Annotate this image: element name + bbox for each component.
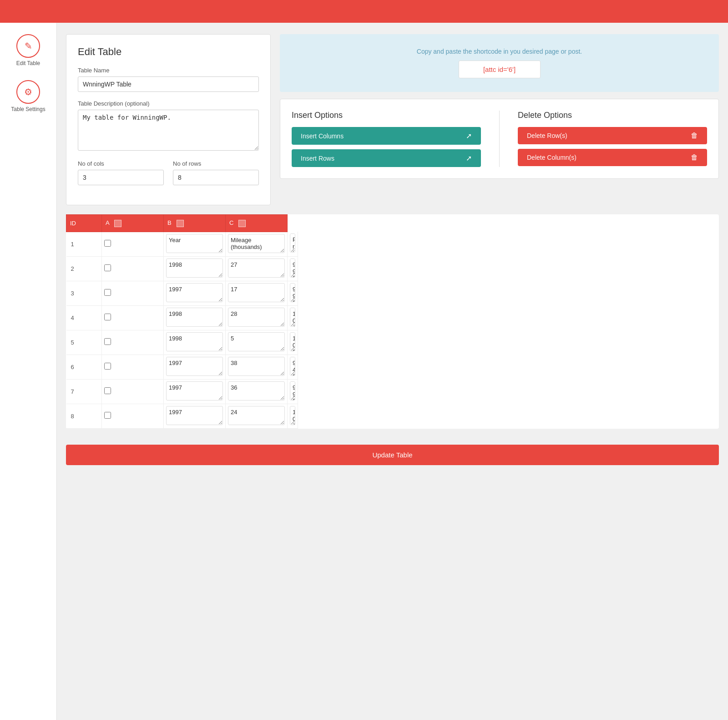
row-id-number: 7 bbox=[71, 388, 74, 395]
row-id-number: 1 bbox=[71, 241, 74, 248]
td-a bbox=[164, 232, 226, 256]
th-a-label: A bbox=[106, 219, 109, 226]
td-c bbox=[288, 379, 298, 404]
cell-c-input[interactable] bbox=[290, 357, 295, 376]
td-c bbox=[288, 232, 298, 256]
cell-b-input[interactable] bbox=[228, 259, 285, 278]
insert-columns-button[interactable]: Insert Columns ➚ bbox=[292, 127, 481, 145]
th-b-checkbox[interactable] bbox=[177, 220, 184, 227]
row-checkbox[interactable] bbox=[104, 363, 111, 370]
cell-c-input[interactable] bbox=[290, 283, 295, 302]
cell-a-input[interactable] bbox=[166, 259, 223, 278]
shortcode-value[interactable]: [attc id='6'] bbox=[459, 61, 541, 78]
row-checkbox[interactable] bbox=[104, 387, 111, 394]
cell-a-input[interactable] bbox=[166, 283, 223, 302]
cell-c-input[interactable] bbox=[290, 259, 295, 278]
th-a-checkbox[interactable] bbox=[114, 220, 121, 227]
cell-b-input[interactable] bbox=[228, 381, 285, 401]
td-a bbox=[164, 256, 226, 281]
td-checkbox bbox=[102, 281, 164, 305]
th-c-checkbox[interactable] bbox=[238, 220, 246, 227]
row-checkbox[interactable] bbox=[104, 314, 111, 320]
row-id-number: 3 bbox=[71, 290, 74, 297]
row-id-number: 6 bbox=[71, 364, 74, 370]
table-section: ID A B C bbox=[66, 214, 719, 429]
table-row: 8 bbox=[66, 404, 298, 428]
row-checkbox[interactable] bbox=[104, 289, 111, 296]
no-rows-group: No of rows bbox=[173, 160, 259, 185]
row-checkbox[interactable] bbox=[104, 240, 111, 247]
no-rows-label: No of rows bbox=[173, 160, 259, 167]
cell-a-input[interactable] bbox=[166, 381, 223, 401]
delete-rows-button[interactable]: Delete Row(s) 🗑 bbox=[518, 127, 707, 144]
td-id: 5 bbox=[66, 330, 102, 355]
form-row-cols-rows: No of cols No of rows bbox=[78, 160, 259, 193]
cell-b-input[interactable] bbox=[228, 357, 285, 376]
table-name-group: Table Name bbox=[78, 67, 259, 92]
td-b bbox=[226, 232, 288, 256]
table-name-input[interactable] bbox=[78, 76, 259, 92]
cell-c-input[interactable] bbox=[290, 406, 295, 425]
td-b bbox=[226, 355, 288, 379]
sidebar-edit-table-label: Edit Table bbox=[16, 60, 40, 66]
th-b: B bbox=[164, 215, 226, 232]
cell-a-input[interactable] bbox=[166, 406, 223, 425]
sidebar-item-table-settings[interactable]: ⚙ Table Settings bbox=[0, 76, 56, 117]
cell-c-input[interactable] bbox=[290, 233, 295, 253]
row-checkbox[interactable] bbox=[104, 412, 111, 419]
cell-b-input[interactable] bbox=[228, 308, 285, 327]
cell-a-input[interactable] bbox=[166, 357, 223, 376]
td-c bbox=[288, 404, 298, 428]
update-table-button[interactable]: Update Table bbox=[66, 445, 719, 465]
row-checkbox[interactable] bbox=[104, 264, 111, 271]
table-desc-textarea[interactable]: My table for WinningWP. bbox=[78, 110, 259, 151]
cell-c-input[interactable] bbox=[290, 381, 295, 401]
delete-columns-label: Delete Column(s) bbox=[527, 154, 576, 161]
no-cols-group: No of cols bbox=[78, 160, 164, 185]
cell-c-input[interactable] bbox=[290, 332, 295, 351]
cell-a-input[interactable] bbox=[166, 308, 223, 327]
no-rows-input[interactable] bbox=[173, 170, 259, 185]
row-checkbox[interactable] bbox=[104, 338, 111, 345]
table-row: 1 bbox=[66, 232, 298, 256]
table-desc-label: Table Description (optional) bbox=[78, 100, 259, 107]
cell-c-input[interactable] bbox=[290, 308, 295, 327]
insert-columns-label: Insert Columns bbox=[301, 132, 344, 140]
table-row: 7 bbox=[66, 379, 298, 404]
insert-rows-button[interactable]: Insert Rows ➚ bbox=[292, 149, 481, 167]
td-b bbox=[226, 256, 288, 281]
table-row: 5 bbox=[66, 330, 298, 355]
td-checkbox bbox=[102, 355, 164, 379]
cell-b-input[interactable] bbox=[228, 283, 285, 302]
insert-columns-icon: ➚ bbox=[466, 132, 472, 140]
cell-b-input[interactable] bbox=[228, 234, 285, 253]
delete-columns-button[interactable]: Delete Column(s) 🗑 bbox=[518, 149, 707, 166]
no-cols-input[interactable] bbox=[78, 170, 164, 185]
delete-rows-icon: 🗑 bbox=[691, 132, 698, 140]
table-settings-icon: ⚙ bbox=[16, 80, 40, 104]
td-a bbox=[164, 404, 226, 428]
cell-a-input[interactable] bbox=[166, 234, 223, 253]
shortcode-description: Copy and paste the shortcode in you desi… bbox=[289, 48, 710, 55]
td-id: 1 bbox=[66, 232, 102, 256]
cell-b-input[interactable] bbox=[228, 406, 285, 425]
table-name-label: Table Name bbox=[78, 67, 259, 74]
sidebar-item-edit-table[interactable]: ✎ Edit Table bbox=[0, 30, 56, 71]
td-id: 4 bbox=[66, 305, 102, 330]
cell-b-input[interactable] bbox=[228, 332, 285, 351]
table-header-row: ID A B C bbox=[66, 215, 298, 232]
insert-rows-icon: ➚ bbox=[466, 154, 472, 162]
delete-rows-label: Delete Row(s) bbox=[527, 132, 567, 139]
cell-a-input[interactable] bbox=[166, 332, 223, 351]
td-c bbox=[288, 330, 298, 355]
table-row: 2 bbox=[66, 256, 298, 281]
edit-form-title: Edit Table bbox=[78, 46, 259, 58]
td-b bbox=[226, 305, 288, 330]
insert-options-buttons: Insert Columns ➚ Insert Rows ➚ bbox=[292, 127, 481, 167]
options-card: Insert Options Insert Columns ➚ Insert R… bbox=[280, 99, 719, 179]
delete-options-buttons: Delete Row(s) 🗑 Delete Column(s) 🗑 bbox=[518, 127, 707, 166]
td-a bbox=[164, 330, 226, 355]
td-checkbox bbox=[102, 404, 164, 428]
delete-columns-icon: 🗑 bbox=[691, 153, 698, 162]
td-b bbox=[226, 379, 288, 404]
